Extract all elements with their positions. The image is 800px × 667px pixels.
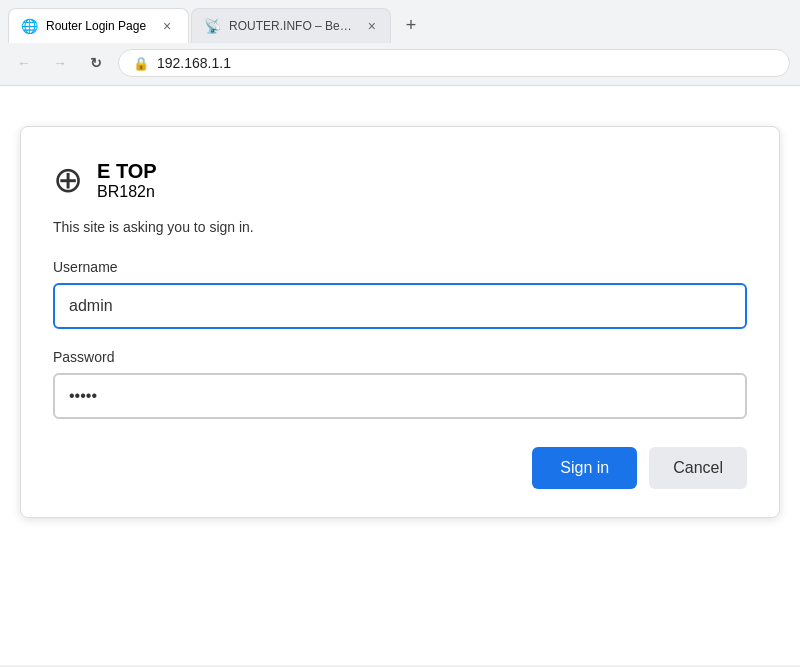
address-bar[interactable]: 🔒 192.168.1.1	[118, 49, 790, 77]
forward-button[interactable]: →	[46, 49, 74, 77]
back-icon: ←	[17, 55, 31, 71]
username-input[interactable]	[53, 283, 747, 329]
tab-router-info-icon: 📡	[204, 18, 221, 34]
password-group: Password	[53, 349, 747, 419]
password-label: Password	[53, 349, 747, 365]
tab-router-info-label: ROUTER.INFO – Best information	[229, 19, 354, 33]
tab-router-info-close[interactable]: ×	[366, 17, 378, 35]
tab-router-login-icon: 🌐	[21, 18, 38, 34]
lock-icon: 🔒	[133, 56, 149, 71]
cancel-button[interactable]: Cancel	[649, 447, 747, 489]
browser-content: ⊕ E TOP BR182n This site is asking you t…	[0, 86, 800, 665]
form-actions: Sign in Cancel	[53, 447, 747, 489]
tab-bar: 🌐 Router Login Page × 📡 ROUTER.INFO – Be…	[0, 0, 800, 43]
username-label: Username	[53, 259, 747, 275]
card-model: BR182n	[97, 183, 157, 201]
tab-router-info[interactable]: 📡 ROUTER.INFO – Best information ×	[191, 8, 391, 43]
new-tab-button[interactable]: +	[397, 12, 425, 40]
login-card: ⊕ E TOP BR182n This site is asking you t…	[20, 126, 780, 518]
globe-icon: ⊕	[53, 159, 83, 201]
password-input[interactable]	[53, 373, 747, 419]
tab-router-login-close[interactable]: ×	[158, 17, 176, 35]
address-text: 192.168.1.1	[157, 55, 231, 71]
signin-button[interactable]: Sign in	[532, 447, 637, 489]
refresh-button[interactable]: ↻	[82, 49, 110, 77]
card-brand: E TOP	[97, 160, 157, 183]
card-header: ⊕ E TOP BR182n	[53, 159, 747, 201]
tab-router-login-label: Router Login Page	[46, 19, 146, 33]
back-button[interactable]: ←	[10, 49, 38, 77]
card-description: This site is asking you to sign in.	[53, 219, 747, 235]
browser-chrome: 🌐 Router Login Page × 📡 ROUTER.INFO – Be…	[0, 0, 800, 86]
refresh-icon: ↻	[90, 55, 102, 71]
card-title-block: E TOP BR182n	[97, 160, 157, 201]
username-group: Username	[53, 259, 747, 329]
tab-router-login[interactable]: 🌐 Router Login Page ×	[8, 8, 189, 43]
address-bar-row: ← → ↻ 🔒 192.168.1.1	[0, 43, 800, 85]
forward-icon: →	[53, 55, 67, 71]
